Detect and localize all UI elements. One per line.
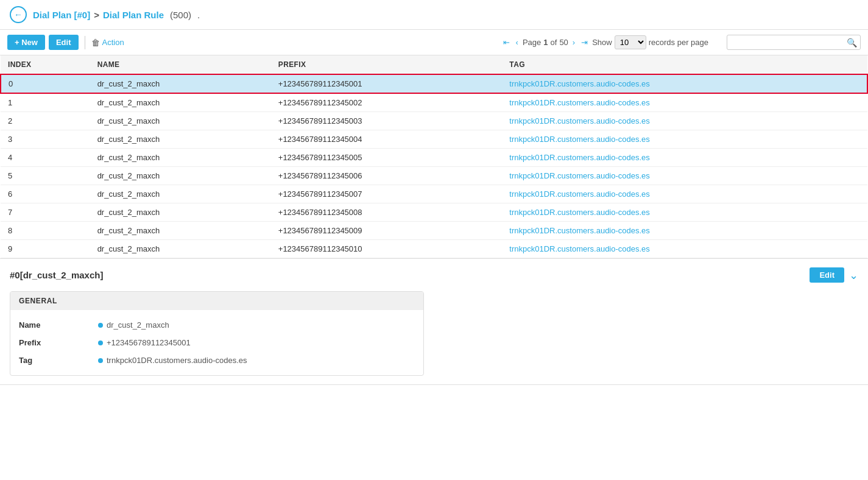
table-row[interactable]: 9dr_cust_2_maxch+123456789112345010trnkp…	[1, 240, 867, 258]
next-page-button[interactable]: ›	[571, 37, 577, 48]
cell-index: 1	[1, 93, 90, 112]
cell-index: 0	[1, 74, 90, 93]
detail-header-right: Edit ⌄	[810, 267, 858, 283]
table-row[interactable]: 1dr_cust_2_maxch+123456789112345002trnkp…	[1, 93, 867, 112]
cell-prefix: +123456789112345006	[271, 167, 503, 185]
cell-prefix: +123456789112345010	[271, 240, 503, 258]
tag-value: trnkpck01DR.customers.audio-codes.es	[509, 116, 650, 125]
cell-name: dr_cust_2_maxch	[90, 74, 271, 93]
cell-name: dr_cust_2_maxch	[90, 185, 271, 203]
detail-title: #0[dr_cust_2_maxch]	[10, 270, 103, 280]
table-row[interactable]: 5dr_cust_2_maxch+123456789112345006trnkp…	[1, 167, 867, 185]
chevron-down-icon[interactable]: ⌄	[849, 269, 858, 282]
table-wrap: INDEX NAME PREFIX TAG 0dr_cust_2_maxch+1…	[0, 55, 868, 259]
cell-name: dr_cust_2_maxch	[90, 130, 271, 149]
cell-index: 8	[1, 222, 90, 240]
cell-index: 6	[1, 185, 90, 203]
table-row[interactable]: 2dr_cust_2_maxch+123456789112345003trnkp…	[1, 112, 867, 130]
cell-prefix: +123456789112345008	[271, 203, 503, 222]
table-row[interactable]: 0dr_cust_2_maxch+123456789112345001trnkp…	[1, 74, 867, 93]
field-row: Namedr_cust_2_maxch	[19, 316, 415, 334]
of-label: of	[551, 38, 557, 47]
cell-tag: trnkpck01DR.customers.audio-codes.es	[502, 185, 867, 203]
field-label: Name	[19, 320, 98, 330]
table-row[interactable]: 6dr_cust_2_maxch+123456789112345007trnkp…	[1, 185, 867, 203]
cell-tag: trnkpck01DR.customers.audio-codes.es	[502, 112, 867, 130]
cell-prefix: +123456789112345003	[271, 112, 503, 130]
general-section: GENERAL Namedr_cust_2_maxchPrefix+123456…	[10, 291, 424, 376]
tag-value: trnkpck01DR.customers.audio-codes.es	[509, 226, 650, 235]
tag-value: trnkpck01DR.customers.audio-codes.es	[509, 79, 650, 88]
cell-prefix: +123456789112345002	[271, 93, 503, 112]
cell-prefix: +123456789112345007	[271, 185, 503, 203]
cell-name: dr_cust_2_maxch	[90, 149, 271, 167]
col-name: NAME	[90, 55, 271, 74]
detail-edit-button[interactable]: Edit	[810, 267, 844, 283]
cell-name: dr_cust_2_maxch	[90, 112, 271, 130]
table-row[interactable]: 3dr_cust_2_maxch+123456789112345004trnkp…	[1, 130, 867, 149]
field-value: +123456789112345001	[98, 338, 191, 347]
table-row[interactable]: 7dr_cust_2_maxch+123456789112345008trnkp…	[1, 203, 867, 222]
last-page-button[interactable]: ⇥	[579, 37, 590, 48]
page-label: Page	[523, 38, 541, 47]
breadcrumb-separator: >	[94, 10, 99, 20]
current-page: Dial Plan Rule	[103, 10, 164, 20]
cell-name: dr_cust_2_maxch	[90, 167, 271, 185]
show-label: Show	[592, 38, 612, 47]
cell-prefix: +123456789112345004	[271, 130, 503, 149]
dot-icon	[98, 358, 103, 363]
detail-header: #0[dr_cust_2_maxch] Edit ⌄	[10, 267, 858, 283]
new-button[interactable]: + New	[7, 35, 45, 50]
general-header: GENERAL	[10, 292, 423, 310]
page-number: 1	[543, 38, 548, 47]
cell-tag: trnkpck01DR.customers.audio-codes.es	[502, 93, 867, 112]
field-row: Tagtrnkpck01DR.customers.audio-codes.es	[19, 351, 415, 369]
field-label: Prefix	[19, 338, 98, 347]
field-text: dr_cust_2_maxch	[107, 320, 169, 330]
cell-tag: trnkpck01DR.customers.audio-codes.es	[502, 130, 867, 149]
field-value: dr_cust_2_maxch	[98, 320, 169, 330]
cell-name: dr_cust_2_maxch	[90, 240, 271, 258]
cell-index: 2	[1, 112, 90, 130]
total-pages: 50	[559, 38, 568, 47]
cell-index: 5	[1, 167, 90, 185]
search-area: 🔍	[727, 35, 861, 50]
breadcrumb-dots: .	[197, 10, 200, 20]
dot-icon	[98, 341, 103, 345]
per-page-select[interactable]: 10 25 50 100	[615, 35, 646, 49]
tag-value: trnkpck01DR.customers.audio-codes.es	[509, 153, 650, 162]
table-row[interactable]: 4dr_cust_2_maxch+123456789112345005trnkp…	[1, 149, 867, 167]
edit-button[interactable]: Edit	[49, 35, 79, 50]
back-button[interactable]: ←	[10, 6, 27, 23]
tag-value: trnkpck01DR.customers.audio-codes.es	[509, 171, 650, 180]
cell-prefix: +123456789112345009	[271, 222, 503, 240]
cell-name: dr_cust_2_maxch	[90, 93, 271, 112]
field-text: trnkpck01DR.customers.audio-codes.es	[107, 356, 247, 365]
first-page-button[interactable]: ⇤	[501, 37, 512, 48]
dial-plan-link[interactable]: Dial Plan [#0]	[33, 10, 90, 20]
page-header: ← Dial Plan [#0] > Dial Plan Rule (500) …	[0, 0, 868, 30]
trash-icon: 🗑	[91, 38, 100, 48]
tag-value: trnkpck01DR.customers.audio-codes.es	[509, 189, 650, 199]
table-header-row: INDEX NAME PREFIX TAG	[1, 55, 867, 74]
prev-page-button[interactable]: ‹	[514, 37, 520, 48]
toolbar: + New Edit 🗑 Action ⇤ ‹ Page 1 of 50 › ⇥…	[0, 30, 868, 55]
field-label: Tag	[19, 356, 98, 365]
search-wrap: 🔍	[727, 35, 861, 50]
dot-icon	[98, 323, 103, 328]
field-value: trnkpck01DR.customers.audio-codes.es	[98, 356, 247, 365]
records-label: records per page	[649, 38, 708, 47]
general-body: Namedr_cust_2_maxchPrefix+12345678911234…	[10, 310, 423, 375]
cell-index: 3	[1, 130, 90, 149]
record-count: (500)	[170, 10, 191, 20]
cell-prefix: +123456789112345001	[271, 74, 503, 93]
cell-prefix: +123456789112345005	[271, 149, 503, 167]
action-group[interactable]: 🗑 Action	[91, 38, 124, 48]
action-label[interactable]: Action	[102, 38, 124, 47]
cell-tag: trnkpck01DR.customers.audio-codes.es	[502, 222, 867, 240]
cell-tag: trnkpck01DR.customers.audio-codes.es	[502, 167, 867, 185]
search-input[interactable]	[727, 35, 861, 50]
tag-value: trnkpck01DR.customers.audio-codes.es	[509, 208, 650, 217]
table-row[interactable]: 8dr_cust_2_maxch+123456789112345009trnkp…	[1, 222, 867, 240]
col-prefix: PREFIX	[271, 55, 503, 74]
